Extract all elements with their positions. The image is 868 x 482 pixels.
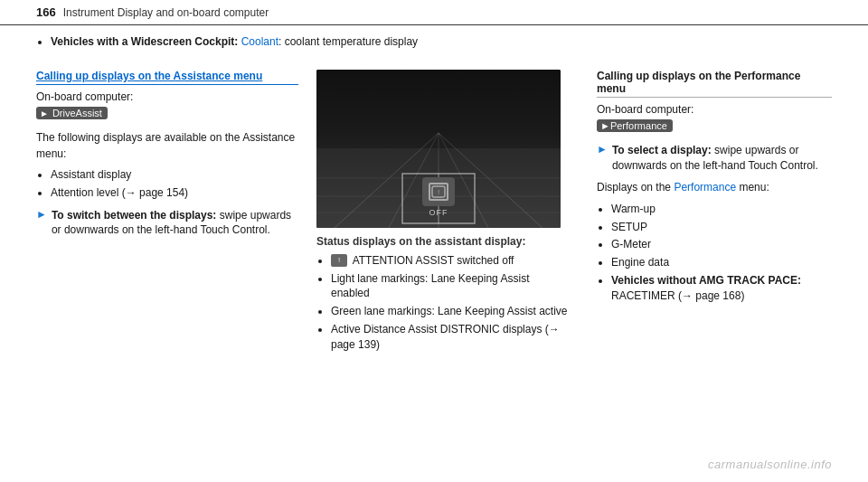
coolant-link[interactable]: Cool­ant — [241, 35, 278, 48]
list-item: G-Meter — [611, 237, 832, 252]
top-bullet-text: : coolant temperature display — [278, 35, 418, 48]
left-instruction-text: To switch between the displays: swipe up… — [52, 208, 298, 239]
list-item: Light lane markings: Lane Keeping Assist… — [331, 271, 570, 302]
middle-column: ! OFF Status displays on the assistant d… — [316, 70, 570, 360]
off-label: OFF — [429, 208, 448, 217]
displays-prefix: Displays on the — [597, 181, 671, 194]
performance-badge-container: ► Performance — [597, 119, 832, 137]
list-item: Attention level (→ page 154) — [51, 185, 298, 201]
right-arrow-instruction: ► To select a display: swipe upwards or … — [597, 143, 832, 174]
perf-badge-arrow-icon: ► — [600, 120, 610, 131]
top-bullet-list: Vehicles with a Widescreen Cockpit: Cool… — [36, 34, 832, 50]
right-displays-label: Displays on the Performance menu: — [597, 180, 832, 195]
arrow-triangle-icon: ► — [36, 208, 47, 221]
middle-bullet-0: ATTENTION ASSIST switched off — [353, 254, 514, 267]
right-instruction-bold: To select a display: — [612, 144, 712, 156]
camera-scene: ! OFF — [316, 70, 561, 228]
right-column: Calling up displays on the Performance m… — [588, 70, 832, 360]
drive-assist-badge-container: ► DriveAssist — [36, 107, 298, 126]
off-icon-inner: ! — [429, 183, 448, 201]
attention-icon: ! — [331, 254, 347, 267]
list-item: Engine data — [611, 255, 832, 270]
left-bullet-list: Assistant display Attention level (→ pag… — [36, 167, 298, 201]
page-container: 166 Instrument Display and on-board comp… — [0, 0, 868, 482]
list-item: Assistant display — [51, 167, 298, 183]
performance-badge: ► Performance — [597, 119, 673, 132]
left-arrow-instruction: ► To switch between the displays: swipe … — [36, 208, 298, 239]
assistance-section-heading: Calling up displays on the Assistance me… — [36, 70, 298, 85]
right-onboard-label: On-board computer: — [597, 103, 832, 116]
left-column: Calling up displays on the Assistance me… — [36, 70, 298, 360]
right-bullet-list: Warm-up SETUP G-Meter Engine data Vehicl… — [597, 202, 832, 304]
image-caption: Status displays on the assistant display… — [316, 235, 570, 248]
last-bullet-text: RACETIMER (→ page 168) — [611, 289, 744, 302]
attention-icon-svg: ! — [431, 185, 446, 198]
left-onboard-label: On-board computer: — [36, 90, 298, 103]
drive-assist-badge: ► DriveAssist — [36, 107, 108, 119]
list-item: Green lane markings: Lane Keeping Assist… — [331, 304, 570, 319]
right-instruction-text: To select a display: swipe upwards or do… — [612, 143, 832, 174]
page-number: 166 — [36, 5, 56, 19]
header-title: Instrument Display and on-board computer — [63, 6, 269, 19]
top-bullet-section: Vehicles with a Widescreen Cockpit: Cool… — [0, 34, 868, 61]
top-bullet-item: Vehicles with a Widescreen Cockpit: Cool… — [51, 34, 832, 50]
badge-arrow-icon: ► — [40, 109, 49, 118]
camera-image: ! OFF — [316, 70, 561, 228]
off-icon: ! — [422, 177, 455, 206]
drive-assist-label: DriveAssist — [52, 108, 102, 118]
top-bullet-bold: Vehicles with a Widescreen Cockpit: — [51, 35, 238, 48]
left-body-text: The following displays are available on … — [36, 130, 298, 162]
last-bullet-item: Vehicles without AMG TRACK PACE: RACETIM… — [611, 273, 832, 304]
list-item: Active Distance Assist DISTRONIC display… — [331, 322, 570, 353]
content-area: Calling up displays on the Assistance me… — [0, 70, 868, 360]
performance-badge-label: Performance — [610, 120, 667, 131]
performance-heading-text: Calling up displays on the Performance m… — [597, 70, 800, 95]
off-badge: ! OFF — [422, 177, 455, 217]
performance-section-heading: Calling up displays on the Performance m… — [597, 70, 832, 98]
right-arrow-triangle-icon: ► — [597, 143, 608, 156]
middle-bullet-list: ! ATTENTION ASSIST switched off Light la… — [316, 253, 570, 353]
list-item: Warm-up — [611, 202, 832, 217]
list-item: ! ATTENTION ASSIST switched off — [331, 253, 570, 269]
displays-suffix: menu: — [739, 181, 769, 194]
watermark: carmanualsonline.info — [708, 458, 832, 471]
performance-link[interactable]: Performance — [674, 181, 736, 194]
svg-text:!: ! — [438, 188, 439, 196]
header-bar: 166 Instrument Display and on-board comp… — [0, 0, 868, 25]
last-bullet-bold: Vehicles without AMG TRACK PACE: — [611, 274, 801, 287]
list-item: SETUP — [611, 220, 832, 235]
left-instruction-bold: To switch between the displays: — [52, 209, 216, 222]
